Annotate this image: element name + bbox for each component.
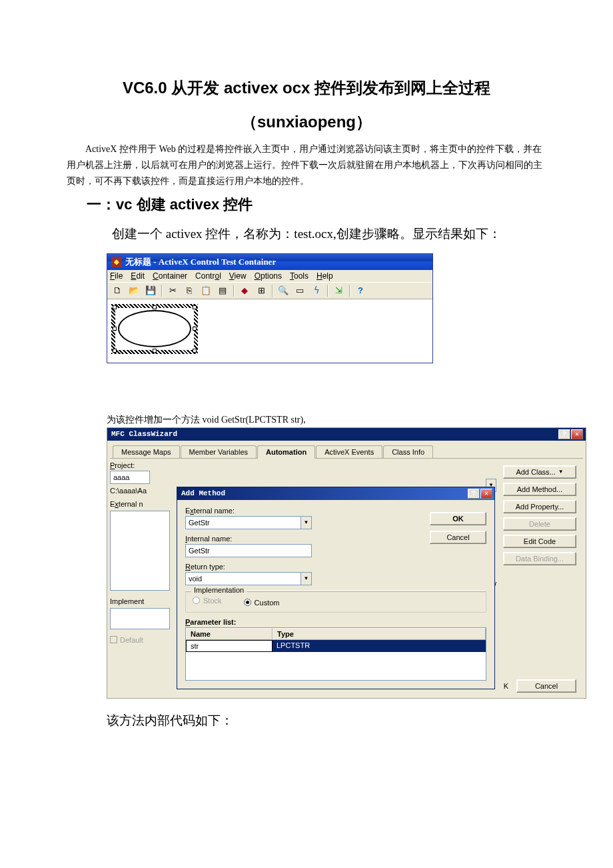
classwizard-title: MFC ClassWizard xyxy=(111,430,177,438)
help-button-icon[interactable]: ? xyxy=(468,489,480,499)
tab-member-variables[interactable]: Member Variables xyxy=(181,445,257,459)
body-1: 创建一个 activex 控件，名称为：test.ocx,创建步骤略。显示结果如… xyxy=(87,220,546,248)
external-names-label: External n xyxy=(110,500,170,508)
app-icon: ◆ xyxy=(111,257,122,267)
cancel-button[interactable]: Cancel xyxy=(430,531,486,544)
project-combo[interactable]: aaaa xyxy=(110,471,150,484)
add-method-dialog: Add Method ? ✕ OK Cancel External name: xyxy=(177,487,495,689)
add-method-button[interactable]: Add Method... xyxy=(503,483,576,496)
chevron-down-icon: ▼ xyxy=(558,469,564,475)
add-method-title: Add Method xyxy=(181,489,225,497)
cut-icon[interactable]: ✂ xyxy=(165,284,180,297)
add-property-button[interactable]: Add Property... xyxy=(503,500,576,513)
parameter-list[interactable]: Name Type str LPCTSTR xyxy=(185,627,486,681)
toolbar-separator xyxy=(327,285,328,297)
automation-panel: Project: aaaa C:\aaaa\Aa External n Impl… xyxy=(110,458,583,698)
default-label: Default xyxy=(120,636,143,644)
default-checkbox xyxy=(110,636,117,643)
edit-code-button[interactable]: Edit Code xyxy=(503,535,576,548)
resize-handle[interactable] xyxy=(193,305,197,309)
menu-tools[interactable]: Tools xyxy=(290,271,308,281)
menubar: File Edit Container Control View Options… xyxy=(107,270,432,282)
param-type-cell[interactable]: LPCTSTR xyxy=(273,640,486,652)
implementation-group: Implementation Stock Custom xyxy=(185,591,486,613)
add-method-titlebar: Add Method ? ✕ xyxy=(177,487,494,500)
save-icon[interactable]: 💾 xyxy=(143,284,158,297)
toolbar-separator xyxy=(349,285,350,297)
paste-icon[interactable]: 📋 xyxy=(199,284,213,297)
return-type-input[interactable]: void xyxy=(185,572,301,585)
chevron-down-icon[interactable]: ▼ xyxy=(301,516,312,529)
bolt-icon[interactable]: ϟ xyxy=(309,284,324,297)
external-name-input[interactable]: GetStr xyxy=(185,516,301,529)
resize-handle[interactable] xyxy=(153,349,157,353)
help-icon[interactable]: ? xyxy=(353,284,368,297)
menu-options[interactable]: Options xyxy=(255,271,282,281)
footer-caption: 该方法内部代码如下： xyxy=(107,712,546,729)
bg-stub: K xyxy=(504,682,508,690)
custom-radio[interactable]: Custom xyxy=(244,599,280,607)
screenshot-test-container: ◆ 无标题 - ActiveX Control Test Container F… xyxy=(107,253,433,363)
new-icon[interactable]: 🗋 xyxy=(110,284,125,297)
add-class-button[interactable]: Add Class...▼ xyxy=(503,465,576,479)
tab-message-maps[interactable]: Message Maps xyxy=(113,445,180,459)
close-icon[interactable]: ✕ xyxy=(571,429,583,439)
tab-class-info[interactable]: Class Info xyxy=(383,445,433,459)
grid-icon[interactable]: ⊞ xyxy=(254,284,269,297)
help-button-icon[interactable]: ? xyxy=(558,429,570,439)
project-label: Project: xyxy=(110,461,170,469)
implementation-label: Implement xyxy=(110,597,170,605)
close-icon[interactable]: ✕ xyxy=(480,489,492,499)
toolbar-separator xyxy=(161,285,162,297)
col-type-header[interactable]: Type xyxy=(273,628,486,639)
param-name-cell[interactable]: str xyxy=(186,640,273,652)
data-binding-button: Data Binding... xyxy=(503,552,576,565)
internal-name-input[interactable]: GetStr xyxy=(185,544,312,557)
toolbar-separator xyxy=(233,285,234,297)
resize-handle[interactable] xyxy=(193,349,197,353)
chevron-down-icon[interactable]: ▼ xyxy=(301,572,312,585)
resize-handle[interactable] xyxy=(193,327,197,331)
activex-control-selected[interactable] xyxy=(111,304,198,354)
props-icon[interactable]: ▤ xyxy=(215,284,230,297)
param-row[interactable]: str LPCTSTR xyxy=(186,640,486,652)
cancel-button[interactable]: Cancel xyxy=(516,679,576,693)
parameter-list-label: Parameter list: xyxy=(185,618,486,626)
external-name-combo[interactable]: GetStr ▼ xyxy=(185,516,312,529)
log-icon[interactable]: ▭ xyxy=(293,284,307,297)
resize-handle[interactable] xyxy=(113,327,117,331)
open-icon[interactable]: 📂 xyxy=(127,284,141,297)
tab-activex-events[interactable]: ActiveX Events xyxy=(316,445,382,459)
resize-handle[interactable] xyxy=(153,305,157,309)
path-text: C:\aaaa\Aa xyxy=(110,487,170,495)
tab-automation[interactable]: Automation xyxy=(257,445,315,459)
ok-button[interactable]: OK xyxy=(430,512,486,525)
arrange-icon[interactable]: ⇲ xyxy=(331,284,346,297)
doc-subtitle: （sunxiaopeng） xyxy=(67,107,546,136)
implementation-box xyxy=(110,608,170,629)
return-type-combo[interactable]: void ▼ xyxy=(185,572,312,585)
implementation-legend: Implementation xyxy=(191,586,247,594)
menu-edit[interactable]: Edit xyxy=(131,271,145,281)
find-icon[interactable]: 🔍 xyxy=(276,284,291,297)
window-titlebar: ◆ 无标题 - ActiveX Control Test Container xyxy=(107,254,432,270)
intro-paragraph: ActiveX 控件用于 Web 的过程是将控件嵌入主页中，用户通过浏览器访问该… xyxy=(67,141,546,189)
classwizard-titlebar: MFC ClassWizard ? ✕ xyxy=(107,428,586,441)
menu-help[interactable]: Help xyxy=(316,271,333,281)
col-name-header[interactable]: Name xyxy=(186,628,273,639)
tab-row: Message Maps Member Variables Automation… xyxy=(113,445,586,458)
menu-control[interactable]: Control xyxy=(195,271,221,281)
run-icon[interactable]: ◆ xyxy=(237,284,252,297)
copy-icon[interactable]: ⎘ xyxy=(182,284,197,297)
resize-handle[interactable] xyxy=(113,349,117,353)
external-names-list[interactable] xyxy=(110,511,170,591)
toolbar: 🗋 📂 💾 ✂ ⎘ 📋 ▤ ◆ ⊞ 🔍 ▭ ϟ ⇲ ? xyxy=(107,282,432,299)
menu-view[interactable]: View xyxy=(229,271,247,281)
stock-radio: Stock xyxy=(193,597,222,605)
menu-file[interactable]: File xyxy=(110,271,123,281)
menu-container[interactable]: Container xyxy=(153,271,187,281)
resize-handle[interactable] xyxy=(113,305,117,309)
doc-title: VC6.0 从开发 activex ocx 控件到发布到网上全过程 xyxy=(67,73,546,102)
delete-button: Delete xyxy=(503,517,576,531)
canvas-area[interactable] xyxy=(107,299,432,363)
